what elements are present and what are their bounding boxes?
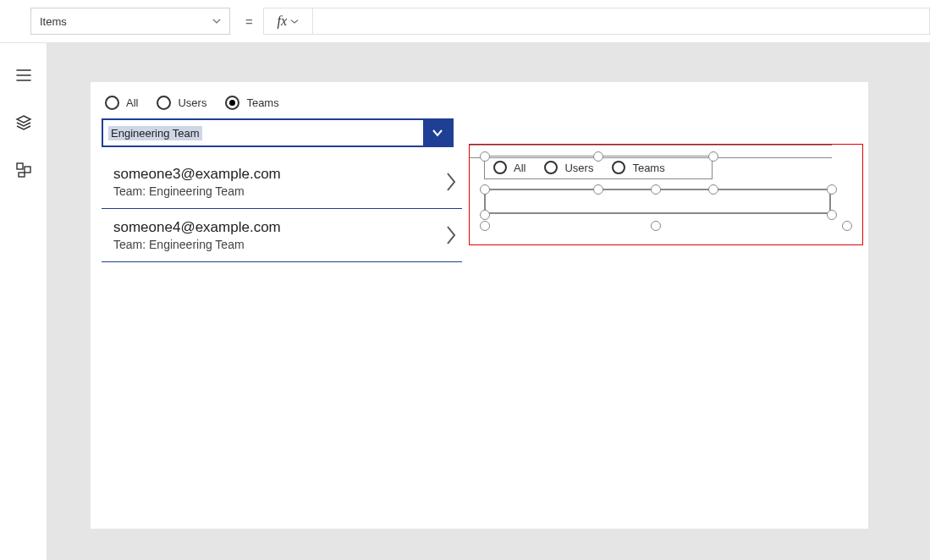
property-dropdown-value: Items	[40, 15, 67, 28]
designer-selection[interactable]: All Users Teams	[469, 144, 863, 245]
radio-circle-icon	[105, 96, 119, 110]
formula-input[interactable]	[312, 8, 930, 35]
selection-handle[interactable]	[708, 151, 718, 162]
app-frame: All Users Teams Engineering Team	[91, 82, 868, 529]
team-dropdown-value-wrap: Engineering Team	[103, 120, 423, 145]
chevron-down-icon	[290, 19, 299, 24]
selection-handle[interactable]	[593, 151, 603, 162]
radio-users-label: Users	[564, 162, 593, 174]
radio-teams-label: Teams	[632, 162, 664, 174]
selection-handle[interactable]	[651, 184, 661, 195]
equals-label: =	[245, 14, 253, 29]
tool-rail	[0, 43, 47, 560]
radio-all-label: All	[514, 162, 526, 174]
hamburger-icon[interactable]	[15, 67, 32, 84]
formula-bar: Items = fx	[0, 0, 930, 43]
list-item-text: someone4@example.com Team: Engineering T…	[113, 219, 281, 251]
selection-handle[interactable]	[708, 184, 718, 195]
result-list: someone3@example.com Team: Engineering T…	[102, 156, 462, 262]
chevron-right-icon	[445, 224, 457, 246]
list-item-title: someone4@example.com	[113, 219, 281, 236]
selection-handle[interactable]	[651, 221, 661, 231]
fx-label: fx	[277, 14, 287, 29]
team-dropdown-button[interactable]	[423, 120, 452, 145]
canvas[interactable]: All Users Teams Engineering Team	[47, 43, 930, 560]
list-item[interactable]: someone3@example.com Team: Engineering T…	[102, 156, 462, 209]
fx-button[interactable]: fx	[263, 8, 312, 35]
radio-group-designer: All Users Teams	[485, 161, 665, 174]
svg-rect-0	[17, 163, 23, 169]
list-item-sub: Team: Engineering Team	[113, 184, 281, 198]
radio-group-left: All Users Teams	[102, 91, 462, 118]
radio-users[interactable]: Users	[544, 161, 593, 174]
radio-teams[interactable]: Teams	[612, 161, 664, 174]
chevron-down-icon	[212, 19, 221, 24]
selection-handle[interactable]	[480, 210, 490, 220]
radio-circle-icon	[544, 161, 558, 174]
radio-teams-label: Teams	[246, 96, 278, 109]
list-item[interactable]: someone4@example.com Team: Engineering T…	[102, 209, 462, 262]
radio-all[interactable]: All	[493, 161, 526, 174]
radio-circle-icon	[157, 96, 171, 110]
selection-handle[interactable]	[480, 184, 490, 195]
svg-rect-1	[25, 167, 30, 173]
selection-handle[interactable]	[827, 210, 837, 220]
team-dropdown[interactable]: Engineering Team	[102, 118, 454, 147]
chevron-right-icon	[445, 171, 457, 193]
list-item-sub: Team: Engineering Team	[113, 238, 281, 251]
selection-handle[interactable]	[842, 221, 852, 231]
selection-handle[interactable]	[480, 151, 490, 162]
radio-all-label: All	[126, 96, 138, 109]
radio-users-label: Users	[178, 96, 206, 109]
radio-circle-icon	[612, 161, 625, 174]
list-item-text: someone3@example.com Team: Engineering T…	[113, 166, 281, 198]
radio-circle-checked-icon	[225, 96, 239, 110]
selection-handle[interactable]	[480, 221, 490, 231]
radio-teams[interactable]: Teams	[225, 96, 278, 110]
selection-handle[interactable]	[593, 184, 603, 195]
list-item-title: someone3@example.com	[113, 166, 281, 183]
grid-icon[interactable]	[15, 162, 32, 178]
radio-circle-icon	[493, 161, 507, 174]
team-dropdown-value: Engineering Team	[108, 126, 202, 140]
screen-left: All Users Teams Engineering Team	[102, 91, 462, 262]
svg-rect-2	[19, 173, 25, 177]
radio-all[interactable]: All	[105, 96, 138, 110]
selection-handle[interactable]	[827, 184, 837, 195]
radio-users[interactable]: Users	[157, 96, 206, 110]
layers-icon[interactable]	[15, 114, 32, 131]
property-dropdown[interactable]: Items	[30, 8, 230, 35]
main-area: All Users Teams Engineering Team	[0, 43, 930, 560]
